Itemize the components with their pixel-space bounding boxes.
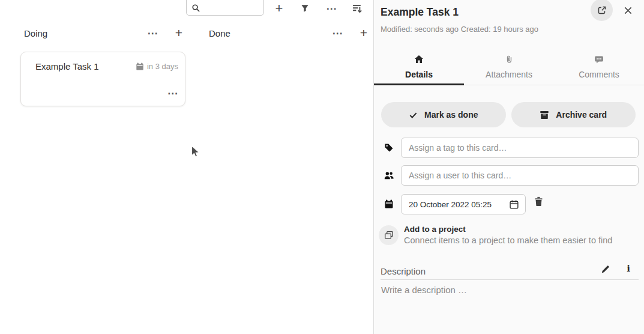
remove-date-button[interactable] bbox=[534, 196, 544, 207]
mark-as-done-label: Mark as done bbox=[424, 110, 478, 120]
open-in-window-button[interactable] bbox=[591, 0, 613, 21]
tag-row bbox=[374, 138, 644, 158]
description-header: Description i bbox=[374, 263, 644, 280]
panel-tabs: Details Attachments Comments bbox=[374, 50, 644, 85]
close-panel-button[interactable] bbox=[619, 2, 636, 19]
check-icon bbox=[409, 111, 418, 120]
project-icon bbox=[379, 225, 399, 245]
assign-user-input[interactable] bbox=[401, 165, 639, 186]
card-menu-button[interactable]: ⋯ bbox=[167, 87, 178, 100]
due-date-field[interactable]: 20 October 2022 05:25 bbox=[401, 194, 526, 214]
description-label: Description bbox=[381, 266, 426, 276]
more-icon: ⋯ bbox=[148, 27, 158, 40]
tab-label: Attachments bbox=[486, 70, 532, 79]
more-icon: ⋯ bbox=[327, 2, 337, 15]
card-details-panel: Example Task 1 Modified: seconds ago Cre… bbox=[373, 0, 644, 334]
mouse-cursor bbox=[191, 145, 201, 159]
filter-button[interactable] bbox=[296, 0, 313, 17]
filter-icon bbox=[301, 4, 309, 13]
home-icon bbox=[414, 55, 424, 64]
panel-meta: Modified: seconds ago Created: 19 hours … bbox=[381, 25, 538, 34]
tab-label: Details bbox=[405, 70, 433, 79]
card-due-date: in 3 days bbox=[136, 62, 178, 71]
add-to-project-row[interactable]: Add to a project Connect items to a proj… bbox=[379, 223, 637, 249]
description-placeholder[interactable]: Write a description … bbox=[381, 285, 467, 295]
panel-title: Example Task 1 bbox=[381, 6, 459, 19]
external-link-icon bbox=[597, 5, 607, 15]
tab-comments[interactable]: Comments bbox=[554, 50, 644, 85]
column-doing-menu-button[interactable]: ⋯ bbox=[144, 25, 161, 41]
column-title-done: Done bbox=[209, 28, 230, 38]
tab-details[interactable]: Details bbox=[374, 50, 464, 85]
card-title: Example Task 1 bbox=[35, 61, 99, 71]
comment-icon bbox=[594, 55, 604, 64]
column-done-menu-button[interactable]: ⋯ bbox=[329, 25, 346, 41]
calendar-icon bbox=[384, 199, 394, 209]
mark-as-done-button[interactable]: Mark as done bbox=[381, 102, 506, 127]
user-row bbox=[374, 165, 644, 186]
project-subtitle: Connect items to a project to make them … bbox=[404, 235, 612, 245]
column-title-doing: Doing bbox=[24, 28, 47, 38]
kanban-board: + ⋯ Doing ⋯ + Done ⋯ + Example Task 1 in… bbox=[0, 0, 373, 334]
description-separator bbox=[381, 279, 639, 280]
assign-tag-input[interactable] bbox=[401, 138, 639, 158]
close-icon bbox=[624, 6, 633, 15]
tab-attachments[interactable]: Attachments bbox=[464, 50, 554, 85]
date-picker-button[interactable] bbox=[509, 199, 525, 210]
search-input[interactable] bbox=[203, 1, 261, 14]
archive-card-label: Archive card bbox=[556, 110, 607, 120]
archive-card-button[interactable]: Archive card bbox=[511, 102, 636, 127]
card-actions: Mark as done Archive card bbox=[381, 102, 636, 127]
due-date-row: 20 October 2022 05:25 bbox=[374, 194, 644, 214]
sort-button[interactable] bbox=[349, 0, 366, 17]
plus-icon: + bbox=[275, 1, 283, 16]
search-box[interactable] bbox=[186, 0, 264, 16]
more-icon: ⋯ bbox=[167, 88, 178, 99]
tab-label: Comments bbox=[579, 70, 619, 79]
sort-icon bbox=[352, 4, 363, 14]
info-icon[interactable]: i bbox=[623, 263, 634, 274]
card-due-label: in 3 days bbox=[147, 62, 178, 71]
more-icon: ⋯ bbox=[333, 27, 343, 40]
paperclip-icon bbox=[505, 55, 514, 64]
board-menu-button[interactable]: ⋯ bbox=[323, 0, 340, 17]
edit-description-button[interactable] bbox=[601, 264, 610, 274]
search-icon bbox=[191, 4, 200, 13]
plus-icon: + bbox=[175, 26, 182, 40]
column-done-add-button[interactable]: + bbox=[355, 25, 372, 41]
archive-icon bbox=[540, 110, 549, 120]
active-tab-underline bbox=[374, 84, 464, 85]
column-doing-add-button[interactable]: + bbox=[170, 25, 187, 41]
calendar-icon bbox=[136, 62, 144, 71]
project-title: Add to a project bbox=[404, 225, 466, 234]
tag-icon bbox=[384, 143, 394, 153]
due-date-value: 20 October 2022 05:25 bbox=[402, 200, 509, 209]
add-card-button[interactable]: + bbox=[271, 0, 287, 17]
users-icon bbox=[384, 171, 394, 180]
task-card[interactable]: Example Task 1 in 3 days ⋯ bbox=[20, 52, 185, 106]
plus-icon: + bbox=[360, 26, 367, 40]
